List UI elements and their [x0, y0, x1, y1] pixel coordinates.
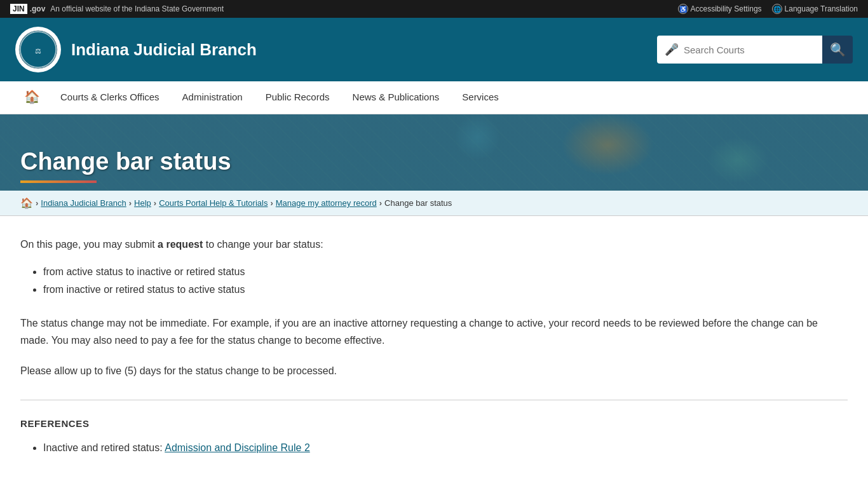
processing-note: Please allow up to five (5) days for the…: [20, 362, 848, 379]
nav-public-records[interactable]: Public Records: [254, 81, 341, 114]
official-text: An official website of the Indiana State…: [50, 4, 224, 13]
search-box: 🎤: [657, 36, 822, 64]
references-heading: REFERENCES: [20, 418, 848, 429]
breadcrumb-sep-1: ›: [36, 198, 38, 208]
intro-text-before: On this page, you may submit: [20, 239, 155, 250]
intro-text-after: to change your bar status:: [206, 239, 323, 250]
bullet-item-2: from inactive or retired status to activ…: [43, 281, 848, 299]
language-link[interactable]: 🌐 Language Translation: [772, 4, 858, 14]
site-header: ⚖ Indiana Judicial Branch 🎤 🔍: [0, 18, 868, 81]
jin-gov-logo: JIN.gov: [10, 4, 45, 14]
breadcrumb-courts-portal[interactable]: Courts Portal Help & Tutorials: [159, 198, 268, 208]
breadcrumb-home[interactable]: 🏠: [20, 197, 33, 209]
breadcrumb-sep-3: ›: [154, 198, 156, 208]
logo-svg: ⚖: [18, 29, 58, 70]
gov-text: .gov: [30, 4, 46, 13]
nav-services[interactable]: Services: [451, 81, 510, 114]
breadcrumb-current: Change bar status: [384, 198, 452, 208]
reference-prefix: Inactive and retired status:: [43, 442, 165, 453]
top-bar: JIN.gov An official website of the India…: [0, 0, 868, 18]
intro-bold-text: a request: [158, 239, 203, 250]
breadcrumb-sep-2: ›: [129, 198, 132, 208]
references-list: Inactive and retired status: Admission a…: [20, 439, 848, 458]
search-input[interactable]: [684, 44, 815, 55]
nav-home[interactable]: 🏠: [15, 81, 49, 114]
breadcrumb-manage-attorney[interactable]: Manage my attorney record: [276, 198, 377, 208]
accessibility-icon: ♿: [678, 4, 688, 14]
search-icon: 🔍: [830, 42, 846, 57]
jin-text: JIN: [10, 4, 27, 14]
status-note: The status change may not be immediate. …: [20, 315, 848, 349]
breadcrumb-sep-4: ›: [270, 198, 273, 208]
language-icon: 🌐: [772, 4, 782, 14]
nav-news[interactable]: News & Publications: [341, 81, 451, 114]
logo-circle: ⚖: [15, 27, 61, 72]
hero-banner: Change bar status: [0, 114, 868, 191]
nav-admin[interactable]: Administration: [171, 81, 254, 114]
page-hero-title: Change bar status: [20, 148, 848, 175]
nav-courts[interactable]: Courts & Clerks Offices: [49, 81, 171, 114]
svg-text:⚖: ⚖: [35, 47, 41, 55]
search-button[interactable]: 🔍: [822, 36, 853, 64]
breadcrumb-ijb[interactable]: Indiana Judicial Branch: [41, 198, 126, 208]
accessibility-link[interactable]: ♿ Accessibility Settings: [678, 4, 762, 14]
search-area: 🎤 🔍: [657, 36, 853, 64]
microphone-icon[interactable]: 🎤: [665, 43, 679, 57]
bullet-item-1: from active status to inactive or retire…: [43, 263, 848, 281]
content-divider: [20, 400, 848, 400]
main-nav: 🏠 Courts & Clerks Offices Administration…: [0, 81, 868, 114]
reference-link-1[interactable]: Admission and Discipline Rule 2: [165, 442, 310, 453]
intro-paragraph: On this page, you may submit a request t…: [20, 236, 848, 253]
bullet-list: from active status to inactive or retire…: [20, 263, 848, 300]
hero-accent-line: [20, 180, 97, 183]
site-title: Indiana Judicial Branch: [71, 40, 257, 60]
breadcrumb-sep-5: ›: [379, 198, 382, 208]
site-logo-link[interactable]: ⚖ Indiana Judicial Branch: [15, 27, 257, 72]
top-bar-left: JIN.gov An official website of the India…: [10, 4, 224, 14]
top-bar-right: ♿ Accessibility Settings 🌐 Language Tran…: [678, 4, 858, 14]
main-content: On this page, you may submit a request t…: [0, 216, 868, 488]
breadcrumb-help[interactable]: Help: [134, 198, 151, 208]
reference-item-1: Inactive and retired status: Admission a…: [43, 439, 848, 458]
breadcrumb: 🏠 › Indiana Judicial Branch › Help › Cou…: [0, 191, 868, 216]
